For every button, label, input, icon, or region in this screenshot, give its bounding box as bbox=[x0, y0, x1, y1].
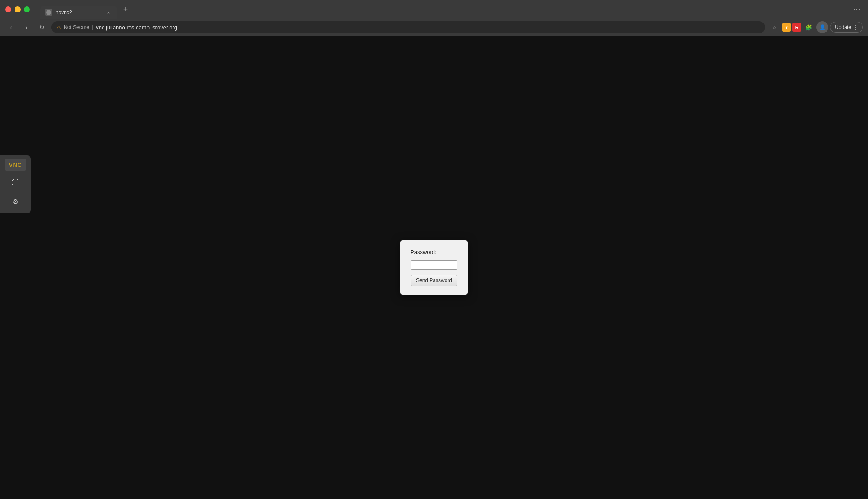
back-button[interactable]: ‹ bbox=[5, 21, 17, 33]
not-secure-label: Not Secure bbox=[64, 24, 89, 30]
title-bar: novnc2 × + ⋯ bbox=[0, 0, 868, 19]
url-separator: | bbox=[92, 24, 93, 30]
maximize-button[interactable] bbox=[24, 6, 30, 12]
not-secure-icon: ⚠ bbox=[56, 24, 61, 30]
password-input[interactable] bbox=[411, 260, 457, 270]
profile-button[interactable]: 👤 bbox=[816, 21, 828, 33]
extensions-button[interactable]: 🧩 bbox=[803, 21, 815, 33]
bookmark-button[interactable]: ☆ bbox=[768, 21, 780, 33]
dialog-overlay: Password: Send Password bbox=[0, 36, 868, 499]
update-label: Update bbox=[835, 24, 851, 30]
refresh-button[interactable]: ↻ bbox=[36, 21, 48, 33]
tab-title: novnc2 bbox=[56, 9, 102, 15]
tab-favicon bbox=[45, 9, 52, 16]
active-tab[interactable]: novnc2 × bbox=[40, 6, 117, 19]
minimize-button[interactable] bbox=[15, 6, 21, 12]
url-display: vnc.julianho.ros.campusrover.org bbox=[96, 24, 760, 31]
password-dialog: Password: Send Password bbox=[400, 240, 468, 295]
send-password-button[interactable]: Send Password bbox=[411, 275, 457, 286]
nav-bar: ‹ › ↻ ⚠ Not Secure | vnc.julianho.ros.ca… bbox=[0, 19, 868, 36]
tab-close-button[interactable]: × bbox=[105, 9, 112, 16]
password-label: Password: bbox=[411, 249, 457, 255]
browser-frame: novnc2 × + ⋯ ‹ › ↻ ⚠ Not Secure | vnc.ju… bbox=[0, 0, 868, 499]
close-button[interactable] bbox=[5, 6, 11, 12]
page-content: VNC ⛶ ⚙ Password: Send Password bbox=[0, 36, 868, 499]
extension-yellow-icon[interactable]: Y bbox=[782, 23, 791, 32]
browser-menu-icon: ⋯ bbox=[851, 3, 863, 15]
extension-red-icon[interactable]: R bbox=[792, 23, 801, 32]
address-bar[interactable]: ⚠ Not Secure | vnc.julianho.ros.campusro… bbox=[51, 21, 765, 33]
traffic-lights bbox=[5, 6, 30, 12]
update-menu-icon: ⋮ bbox=[853, 24, 858, 30]
forward-button[interactable]: › bbox=[21, 21, 32, 33]
update-button[interactable]: Update ⋮ bbox=[830, 22, 863, 33]
nav-actions: ☆ Y R 🧩 👤 Update ⋮ bbox=[768, 21, 863, 33]
new-tab-button[interactable]: + bbox=[120, 3, 132, 15]
